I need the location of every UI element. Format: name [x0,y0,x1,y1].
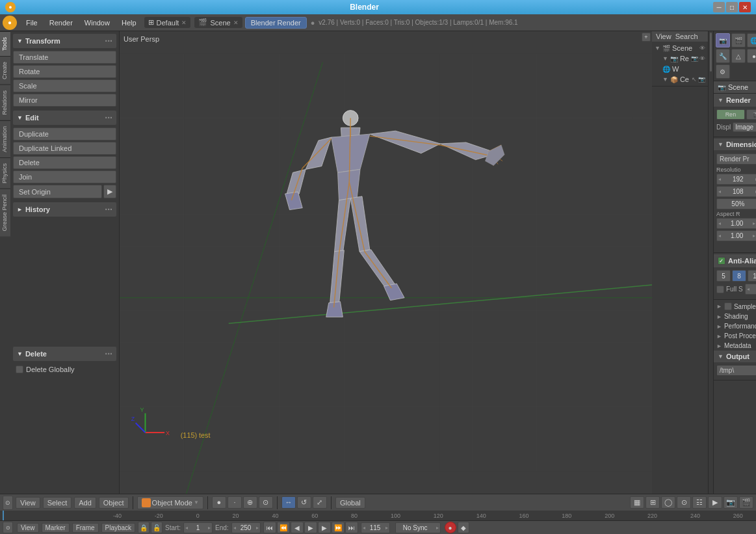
metadata-row[interactable]: ► Metadata [714,341,756,351]
sampled-checkbox[interactable] [724,302,732,310]
select-menu-btn[interactable]: Select [43,497,72,509]
prop-icon-modifiers[interactable]: 🔧 [716,49,730,63]
global-btn[interactable]: Global [335,497,365,509]
prop-icon-world[interactable]: 🌐 [747,33,756,47]
delete-globally-checkbox[interactable] [16,366,23,373]
outliner-scrollbar[interactable] [708,31,713,494]
scene-camera-item[interactable]: ▼ 📷 Re 📷 👁 [652,53,708,64]
scene-world-item[interactable]: 🌐 W [652,64,708,74]
outliner-scroll-thumb[interactable] [710,33,712,72]
tab-animation[interactable]: Animation [0,120,10,157]
translate-button[interactable]: Translate [13,51,116,64]
vp-icon-7[interactable]: 📷 [723,496,738,509]
vp-icon-5[interactable]: ☷ [692,496,707,509]
menu-window[interactable]: Window [79,18,115,28]
toolbar-left-btn[interactable]: ⊙ [3,496,13,510]
aa-val-1[interactable]: 1 [748,270,756,282]
end-tl-right[interactable]: ▸ [255,525,260,531]
prop-icon-material[interactable]: ● [747,49,756,63]
dimensions-section-header[interactable]: ▼ Dimensions [714,139,756,150]
vp-icon-6[interactable]: ▶ [708,496,722,509]
transform-icon-1[interactable]: ↔ [281,496,296,509]
duplicate-button[interactable]: Duplicate [13,127,116,140]
workspace-close[interactable]: ✕ [181,20,187,26]
render-tab-render[interactable]: Ren [716,109,745,120]
minimize-button[interactable]: ─ [713,2,725,12]
tab-tools[interactable]: Tools [0,31,10,56]
delete-section-header[interactable]: ▼ Delete ··· [13,347,116,361]
current-frame-tl[interactable]: ◂ 115 ▸ [361,522,390,533]
set-origin-arrow[interactable]: ▶ [103,185,116,198]
lock-icon-2[interactable]: 🔓 [151,522,163,533]
render-preset-field[interactable]: Render Pr [716,154,756,165]
scene-root-item[interactable]: ▼ 🎬 Scene 👁 [652,43,708,53]
cur-tl-right[interactable]: ▸ [384,525,389,531]
view-menu-btn[interactable]: View [16,497,40,509]
tab-physics[interactable]: Physics [0,157,10,189]
performance-row[interactable]: ► Performance [714,321,756,331]
mode-selector[interactable]: Object Mode ▼ [137,496,203,509]
render-engine-button[interactable]: Blender Render [245,17,307,29]
sampled-motion-row[interactable]: ► Sampled [714,301,756,312]
viewport[interactable]: User Persp [120,31,652,494]
vp-icon-3[interactable]: ◯ [661,496,675,509]
shading-row[interactable]: ► Shading [714,312,756,321]
prop-icon-physics[interactable]: ⚙ [716,64,730,79]
tl-frame-btn[interactable]: Frame [72,523,99,533]
aspect-y-field[interactable]: ◂ 1.00 ▸ [716,230,756,241]
jump-end-btn[interactable]: ⏭ [345,522,358,533]
edit-section-header[interactable]: ▼ Edit ··· [13,111,116,125]
play-btn[interactable]: ▶ [304,522,317,533]
history-section-header[interactable]: ► History ··· [13,202,116,217]
rotate-button[interactable]: Rotate [13,65,116,78]
vp-icon-2[interactable]: ⊞ [645,496,660,509]
fs-left[interactable]: ◂ [746,286,751,292]
next-keyframe-btn[interactable]: ⏩ [332,522,345,533]
tab-create[interactable]: Create [0,56,10,85]
view-btn[interactable]: View [656,33,671,40]
output-section-header[interactable]: ▼ Output [714,351,756,362]
aa-checkbox[interactable]: ✓ [718,257,725,265]
snap-icon-btn[interactable]: ⊕ [243,496,257,509]
lock-icon-1[interactable]: 🔒 [138,522,150,533]
output-path-field[interactable]: /tmp\ [716,365,756,376]
scale-button[interactable]: Scale [13,79,116,92]
next-frame-btn[interactable]: ▶ [318,522,331,533]
render-section-header[interactable]: ▼ Render ··· [714,94,756,107]
join-button[interactable]: Join [13,170,116,183]
aspy-left[interactable]: ◂ [717,233,722,239]
object-controls[interactable]: ↖ 📷 [692,76,705,83]
aa-val-8[interactable]: 8 [732,270,746,282]
menu-file[interactable]: File [21,18,43,28]
prop-icon-scene[interactable]: 🎬 [731,33,746,47]
res-x-left[interactable]: ◂ [717,176,722,182]
full-sample-checkbox[interactable] [716,286,724,293]
record-btn[interactable]: ● [445,522,456,533]
timeline-corner-btn[interactable]: ⊙ [3,522,13,533]
res-percent-field[interactable]: 50% [716,198,756,209]
scene-object-item[interactable]: ▼ 📦 Ce ↖ 📷 [652,74,708,85]
start-tl-left[interactable]: ◂ [184,525,189,531]
add-menu-btn[interactable]: Add [74,497,96,509]
sync-arrow[interactable]: ▸ [435,525,440,531]
end-frame-tl[interactable]: ◂ 250 ▸ [231,522,261,533]
aa-section-header[interactable]: ✓ Anti-Aliasing: ··· [714,254,756,267]
tab-grease-pencil[interactable]: Grease Pencil [0,189,10,237]
start-tl-right[interactable]: ▸ [207,525,212,531]
sync-selector[interactable]: No Sync ▸ [395,522,441,533]
aspy-right[interactable]: ▸ [751,233,756,239]
aa-val-5[interactable]: 5 [716,270,731,282]
tab-relations[interactable]: Relations [0,85,10,120]
aspx-left[interactable]: ◂ [717,220,722,226]
set-origin-button[interactable]: Set Origin [13,185,102,198]
end-tl-left[interactable]: ◂ [232,525,237,531]
res-y-field[interactable]: ◂ 108 ▸ [716,186,756,197]
vp-icon-1[interactable]: ▦ [630,496,644,509]
mirror-button[interactable]: Mirror [13,94,116,107]
image-field[interactable]: Image 🖼 ▸ [733,122,756,132]
prev-keyframe-btn[interactable]: ⏪ [277,522,290,533]
search-btn[interactable]: Search [675,33,698,40]
jump-start-btn[interactable]: ⏮ [263,522,276,533]
eye-icon[interactable]: 👁 [699,45,705,51]
scene-close[interactable]: ✕ [233,20,239,26]
